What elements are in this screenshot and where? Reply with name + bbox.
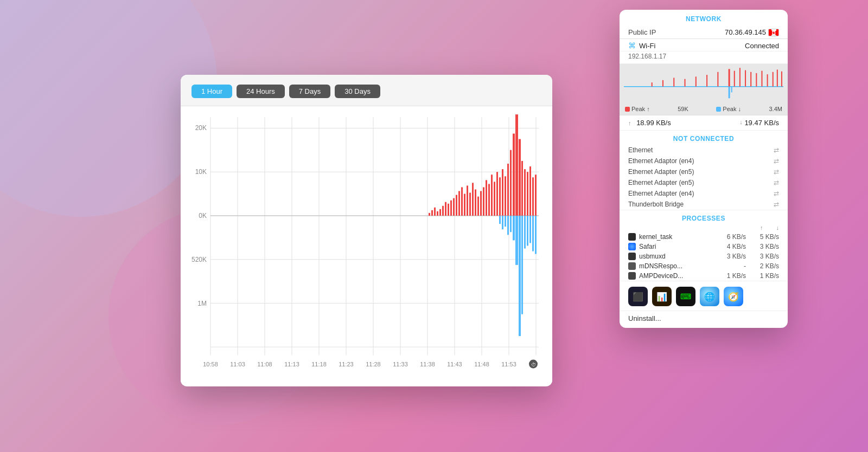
public-ip-label: Public IP (628, 28, 656, 36)
interface-thunderbolt: Thunderbolt Bridge ⇄ (620, 199, 788, 210)
app-icon-3[interactable]: ⌨ (676, 287, 695, 306)
amp-icon (628, 272, 636, 280)
process-usb-name: usbmuxd (639, 253, 713, 260)
svg-rect-105 (750, 72, 751, 87)
process-usbmuxd: usbmuxd 3 KB/s 3 KB/s (620, 251, 788, 261)
svg-rect-111 (781, 72, 782, 87)
svg-rect-52 (464, 194, 465, 216)
wifi-status: Connected (745, 42, 779, 50)
peak-down-item: Peak ↓ (716, 106, 741, 112)
app-icon-2[interactable]: 📊 (652, 287, 672, 306)
speed-down-row: ↓ 19.47 KB/s (739, 119, 779, 127)
network-title: NETWORK (620, 10, 788, 26)
peak-up-label: Peak ↑ (631, 106, 650, 112)
svg-rect-72 (519, 139, 521, 216)
interface-ethernet: Ethernet ⇄ (620, 145, 788, 156)
svg-rect-88 (524, 216, 526, 249)
canada-flag: 🇨🇦 (768, 29, 779, 36)
svg-rect-79 (499, 216, 501, 224)
svg-rect-85 (515, 216, 518, 265)
btn-30days[interactable]: 30 Days (335, 85, 380, 98)
app-icon-1-glyph: ⬛ (633, 292, 643, 302)
col-up: ↑ (760, 224, 763, 231)
svg-rect-95 (662, 80, 663, 87)
en4-arrows-icon: ⇄ (774, 157, 779, 165)
svg-rect-46 (448, 204, 449, 216)
app-icon-4[interactable]: 🌐 (700, 287, 719, 306)
speed-up-row: ↑ 18.99 KB/s (628, 119, 671, 127)
mdns-icon (628, 262, 636, 270)
public-ip-row: Public IP 70.36.49.145 🇨🇦 (620, 26, 788, 38)
svg-text:⏱: ⏱ (531, 362, 536, 367)
svg-rect-92 (535, 216, 537, 254)
process-mdns: mDNSRespo... - 2 KB/s (620, 261, 788, 271)
speed-up-value: 18.99 KB/s (636, 119, 671, 127)
arrow-down-icon: ↓ (739, 119, 743, 127)
interface-en4-a: Ethernet Adaptor (en4) ⇄ (620, 156, 788, 166)
svg-rect-89 (527, 216, 528, 246)
btn-1hour[interactable]: 1 Hour (192, 85, 232, 98)
app-icon-1[interactable]: ⬛ (628, 287, 648, 306)
svg-rect-100 (717, 72, 718, 87)
svg-rect-91 (532, 216, 534, 251)
process-safari-name: Safari (639, 243, 713, 250)
svg-rect-40 (431, 210, 433, 216)
svg-rect-54 (469, 193, 471, 216)
svg-rect-61 (488, 184, 490, 216)
en4-b-arrows-icon: ⇄ (774, 190, 779, 197)
svg-rect-45 (445, 202, 446, 216)
peak-up-item: Peak ↑ (625, 106, 650, 112)
peak-down-value: 3.4M (769, 106, 782, 112)
process-safari: Safari 4 KB/s 3 KB/s (620, 242, 788, 251)
speed-down-value: 19.47 KB/s (744, 119, 779, 127)
peak-up-value: 59K (678, 106, 688, 112)
process-kernel-task: kernel_task 6 KB/s 5 KB/s (620, 232, 788, 242)
chart-svg: 20K 10K 0K 520K 1M 10:58 11:03 11:08 11:… (181, 106, 552, 385)
uninstall-label[interactable]: Uninstall... (628, 314, 661, 322)
svg-rect-74 (524, 169, 526, 216)
svg-rect-51 (461, 187, 463, 216)
btn-24hours[interactable]: 24 Hours (237, 85, 285, 98)
process-kernel-down: 5 KB/s (749, 233, 779, 241)
col-down: ↓ (776, 224, 780, 231)
svg-text:11:43: 11:43 (447, 361, 462, 367)
uninstall-row: Uninstall... (620, 311, 788, 328)
app-icon-4-glyph: 🌐 (704, 292, 715, 302)
wifi-icon: ⌘ (628, 41, 636, 50)
btn-7days[interactable]: 7 Days (289, 85, 330, 98)
kernel-icon (628, 233, 636, 241)
app-icon-safari[interactable]: 🧭 (724, 287, 743, 306)
svg-rect-113 (731, 87, 732, 93)
svg-rect-39 (429, 213, 430, 216)
svg-rect-68 (507, 164, 509, 216)
svg-rect-107 (761, 71, 762, 87)
svg-rect-78 (535, 175, 537, 216)
process-amp-up: 1 KB/s (716, 272, 746, 280)
svg-rect-47 (450, 201, 452, 216)
svg-rect-70 (513, 133, 515, 215)
svg-rect-96 (673, 78, 674, 87)
svg-rect-77 (532, 177, 534, 216)
svg-rect-112 (729, 87, 730, 99)
mini-chart-svg (624, 66, 783, 104)
wifi-label: ⌘ Wi-Fi (628, 41, 655, 50)
svg-text:11:13: 11:13 (284, 361, 299, 367)
svg-rect-48 (453, 198, 455, 216)
svg-rect-103 (739, 68, 741, 86)
process-kernel-up: 6 KB/s (716, 233, 746, 241)
svg-rect-57 (477, 197, 479, 216)
svg-text:1M: 1M (197, 300, 207, 307)
svg-text:11:53: 11:53 (501, 361, 516, 367)
svg-rect-43 (439, 209, 441, 216)
svg-rect-109 (773, 72, 774, 87)
process-usb-down: 3 KB/s (749, 253, 779, 260)
safari-app-glyph: 🧭 (728, 292, 739, 302)
svg-rect-50 (458, 191, 460, 216)
chart-area: 20K 10K 0K 520K 1M 10:58 11:03 11:08 11:… (181, 106, 552, 385)
svg-rect-87 (521, 216, 523, 314)
svg-rect-44 (442, 206, 444, 216)
svg-rect-65 (499, 177, 501, 216)
svg-text:11:08: 11:08 (257, 361, 272, 367)
process-amp: AMPDeviceD... 1 KB/s 1 KB/s (620, 271, 788, 281)
svg-rect-81 (505, 216, 506, 227)
